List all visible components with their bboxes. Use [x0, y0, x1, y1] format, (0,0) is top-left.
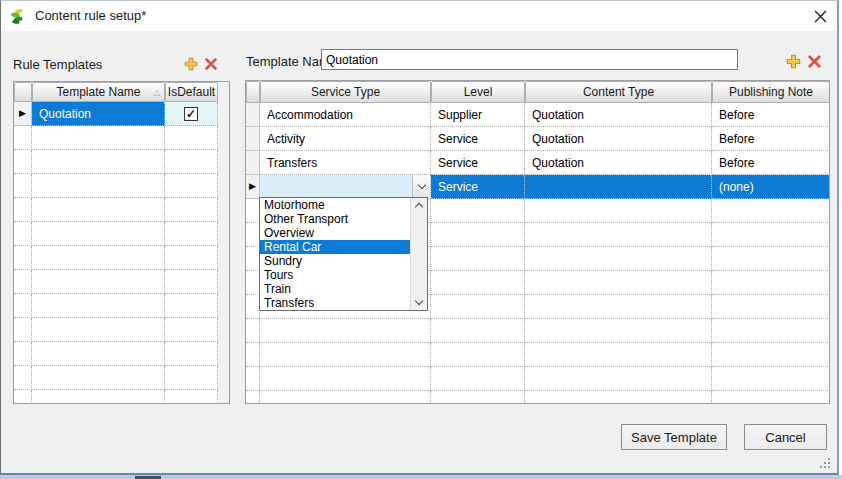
selector-column-header[interactable] [246, 81, 260, 103]
service-type-column-header[interactable]: Service Type [260, 81, 431, 103]
level-column-header[interactable]: Level [431, 81, 525, 103]
empty-cell[interactable] [165, 318, 218, 342]
empty-cell[interactable] [14, 174, 32, 198]
empty-cell[interactable] [32, 174, 165, 198]
checkbox-checked-icon[interactable]: ✓ [184, 107, 198, 121]
empty-cell[interactable] [14, 390, 32, 404]
add-rule-button[interactable] [785, 53, 801, 69]
level-cell[interactable]: Service [431, 151, 525, 175]
empty-table-row[interactable] [14, 318, 229, 342]
table-row-activity[interactable]: Activity Service Quotation Before [246, 127, 829, 151]
empty-table-row[interactable] [14, 390, 229, 404]
dropdown-item[interactable]: Overview [260, 226, 410, 240]
empty-cell[interactable] [431, 319, 525, 343]
empty-cell[interactable] [712, 343, 830, 367]
empty-cell[interactable] [14, 150, 32, 174]
empty-table-row[interactable] [14, 222, 229, 246]
content-type-cell[interactable]: Quotation [525, 151, 712, 175]
dropdown-item[interactable]: Tours [260, 268, 410, 282]
publishing-note-cell[interactable]: Before [712, 127, 830, 151]
row-selector[interactable] [246, 151, 260, 175]
isdefault-cell[interactable]: ✓ [165, 102, 218, 126]
level-cell[interactable]: Service [431, 127, 525, 151]
empty-cell[interactable] [32, 270, 165, 294]
empty-cell[interactable] [246, 295, 260, 319]
empty-cell[interactable] [431, 199, 525, 223]
scroll-up-button[interactable] [411, 198, 427, 213]
empty-table-row[interactable] [14, 126, 229, 150]
empty-table-row[interactable] [14, 150, 229, 174]
empty-table-row[interactable] [246, 391, 829, 404]
empty-cell[interactable] [32, 318, 165, 342]
empty-cell[interactable] [525, 343, 712, 367]
empty-table-row[interactable] [14, 198, 229, 222]
empty-cell[interactable] [712, 295, 830, 319]
delete-template-button[interactable] [203, 56, 219, 72]
dropdown-item[interactable]: Rental Car [260, 240, 410, 254]
empty-cell[interactable] [14, 318, 32, 342]
empty-cell[interactable] [32, 150, 165, 174]
empty-table-row[interactable] [14, 342, 229, 366]
empty-cell[interactable] [525, 391, 712, 404]
empty-cell[interactable] [165, 342, 218, 366]
dropdown-item[interactable]: Motorhome [260, 198, 410, 212]
publishing-note-cell[interactable]: Before [712, 103, 830, 127]
empty-cell[interactable] [431, 247, 525, 271]
empty-cell[interactable] [14, 294, 32, 318]
table-row-accommodation[interactable]: Accommodation Supplier Quotation Before [246, 103, 829, 127]
content-type-column-header[interactable]: Content Type [525, 81, 712, 103]
empty-cell[interactable] [260, 367, 431, 391]
empty-cell[interactable] [246, 247, 260, 271]
dropdown-scrollbar[interactable] [410, 198, 427, 310]
empty-cell[interactable] [32, 390, 165, 404]
empty-cell[interactable] [14, 270, 32, 294]
empty-cell[interactable] [431, 295, 525, 319]
table-row-editing[interactable]: ▶ Service (none) [246, 175, 829, 199]
empty-cell[interactable] [165, 222, 218, 246]
empty-cell[interactable] [32, 198, 165, 222]
empty-cell[interactable] [246, 199, 260, 223]
empty-cell[interactable] [165, 366, 218, 390]
empty-cell[interactable] [14, 198, 32, 222]
combobox-dropdown-button[interactable] [412, 175, 430, 198]
table-row-transfers[interactable]: Transfers Service Quotation Before [246, 151, 829, 175]
content-type-cell[interactable]: Quotation [525, 103, 712, 127]
empty-cell[interactable] [431, 391, 525, 404]
empty-cell[interactable] [525, 319, 712, 343]
empty-cell[interactable] [246, 223, 260, 247]
empty-cell[interactable] [165, 198, 218, 222]
content-type-cell[interactable]: Quotation [525, 127, 712, 151]
empty-table-row[interactable] [14, 294, 229, 318]
selector-column-header[interactable] [14, 82, 32, 102]
template-name-input[interactable] [321, 49, 738, 70]
dropdown-item[interactable]: Transfers [260, 296, 410, 310]
empty-cell[interactable] [14, 366, 32, 390]
empty-cell[interactable] [431, 271, 525, 295]
empty-cell[interactable] [712, 199, 830, 223]
empty-cell[interactable] [246, 319, 260, 343]
empty-cell[interactable] [165, 126, 218, 150]
empty-cell[interactable] [260, 343, 431, 367]
empty-cell[interactable] [246, 271, 260, 295]
dropdown-item[interactable]: Sundry [260, 254, 410, 268]
empty-cell[interactable] [525, 271, 712, 295]
isdefault-column-header[interactable]: IsDefault [165, 82, 218, 102]
empty-cell[interactable] [260, 391, 431, 404]
empty-cell[interactable] [525, 223, 712, 247]
cancel-button[interactable]: Cancel [744, 424, 827, 450]
service-type-combobox[interactable] [260, 175, 430, 198]
service-type-cell[interactable]: Transfers [260, 151, 431, 175]
dropdown-item[interactable]: Other Transport [260, 212, 410, 226]
service-type-cell-editing[interactable] [260, 175, 431, 199]
empty-cell[interactable] [260, 319, 431, 343]
empty-cell[interactable] [431, 223, 525, 247]
empty-cell[interactable] [712, 391, 830, 404]
empty-cell[interactable] [14, 126, 32, 150]
empty-cell[interactable] [431, 343, 525, 367]
empty-cell[interactable] [712, 319, 830, 343]
row-selector[interactable]: ▶ [14, 102, 32, 126]
empty-table-row[interactable] [14, 270, 229, 294]
empty-cell[interactable] [165, 174, 218, 198]
publishing-note-cell[interactable]: (none) [712, 175, 830, 199]
empty-cell[interactable] [246, 367, 260, 391]
